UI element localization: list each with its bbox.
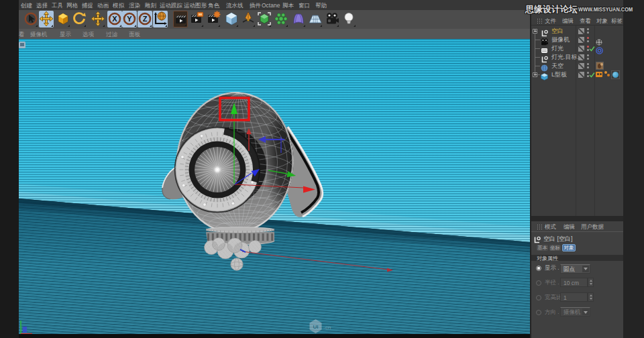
- svg-text:UI: UI: [313, 324, 319, 330]
- svg-text:-cn: -cn: [323, 325, 331, 331]
